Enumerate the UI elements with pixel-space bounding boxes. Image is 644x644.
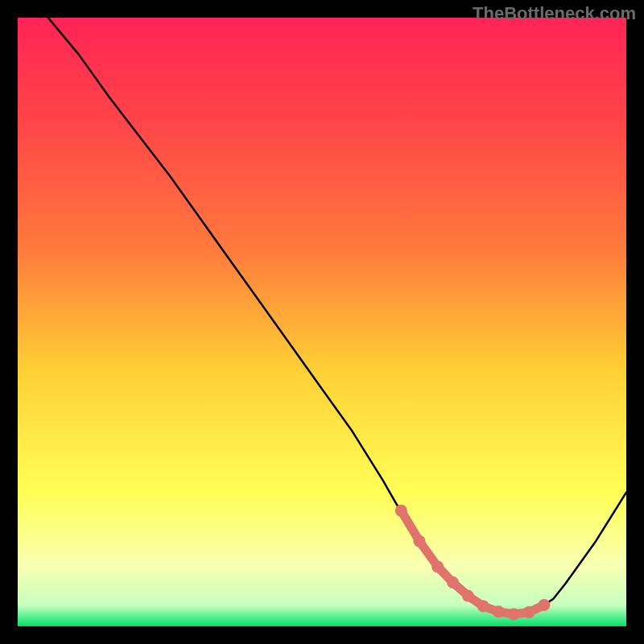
gradient-background xyxy=(18,18,626,626)
watermark-text: TheBottleneck.com xyxy=(473,3,636,24)
chart-container: TheBottleneck.com xyxy=(0,0,644,644)
marker-dot xyxy=(431,560,444,572)
marker-dot xyxy=(447,576,459,588)
marker-dot xyxy=(413,535,425,547)
marker-dot xyxy=(523,606,535,618)
chart-svg xyxy=(18,18,626,626)
plot-area xyxy=(18,18,626,626)
marker-dot xyxy=(395,505,407,517)
marker-dot xyxy=(493,605,505,617)
marker-dot xyxy=(508,608,520,620)
marker-dot xyxy=(477,601,489,613)
marker-dot xyxy=(538,599,550,611)
marker-dot xyxy=(462,590,474,602)
